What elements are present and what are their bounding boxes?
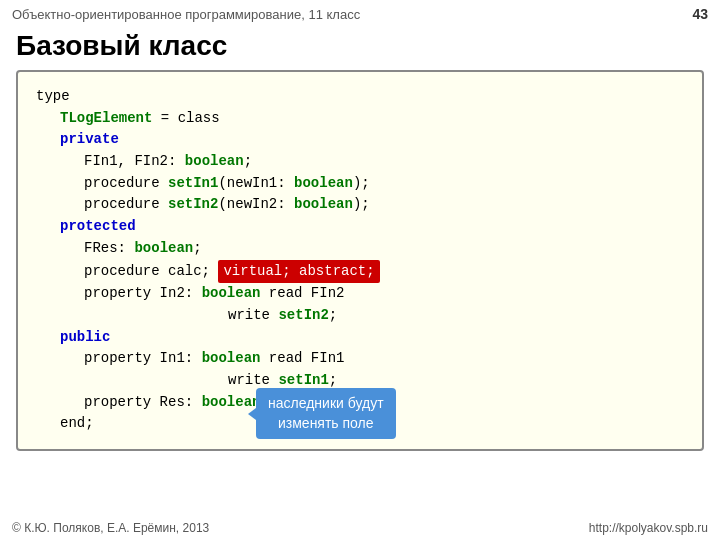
code-line-6: procedure setIn2(newIn2: boolean); bbox=[36, 194, 684, 216]
footer-left: © К.Ю. Поляков, Е.А. Ерёмин, 2013 bbox=[12, 521, 209, 535]
virtual-abstract-box: virtual; abstract; bbox=[218, 260, 379, 284]
footer-right: http://kpolyakov.spb.ru bbox=[589, 521, 708, 535]
code-line-5: procedure setIn1(newIn1: boolean); bbox=[36, 173, 684, 195]
slide-title: Базовый класс bbox=[0, 26, 720, 70]
header-title: Объектно-ориентированное программировани… bbox=[12, 7, 360, 22]
tooltip: наследники будут изменять поле bbox=[256, 388, 396, 439]
code-line-13: property In1: boolean read FIn1 bbox=[36, 348, 684, 370]
code-line-2: TLogElement = class bbox=[36, 108, 684, 130]
code-line-9: procedure calc; virtual; abstract; bbox=[36, 260, 684, 284]
code-line-8: FRes: boolean; bbox=[36, 238, 684, 260]
code-line-12: public bbox=[36, 327, 684, 349]
code-line-7: protected наследники будут изменять поле bbox=[36, 216, 684, 238]
code-line-11: write setIn2; bbox=[36, 305, 684, 327]
page-number: 43 bbox=[692, 6, 708, 22]
code-block: type TLogElement = class private FIn1, F… bbox=[16, 70, 704, 451]
footer: © К.Ю. Поляков, Е.А. Ерёмин, 2013 http:/… bbox=[0, 516, 720, 540]
code-line-10: property In2: boolean read FIn2 bbox=[36, 283, 684, 305]
code-line-3: private bbox=[36, 129, 684, 151]
code-line-1: type bbox=[36, 86, 684, 108]
code-line-4: FIn1, FIn2: boolean; bbox=[36, 151, 684, 173]
